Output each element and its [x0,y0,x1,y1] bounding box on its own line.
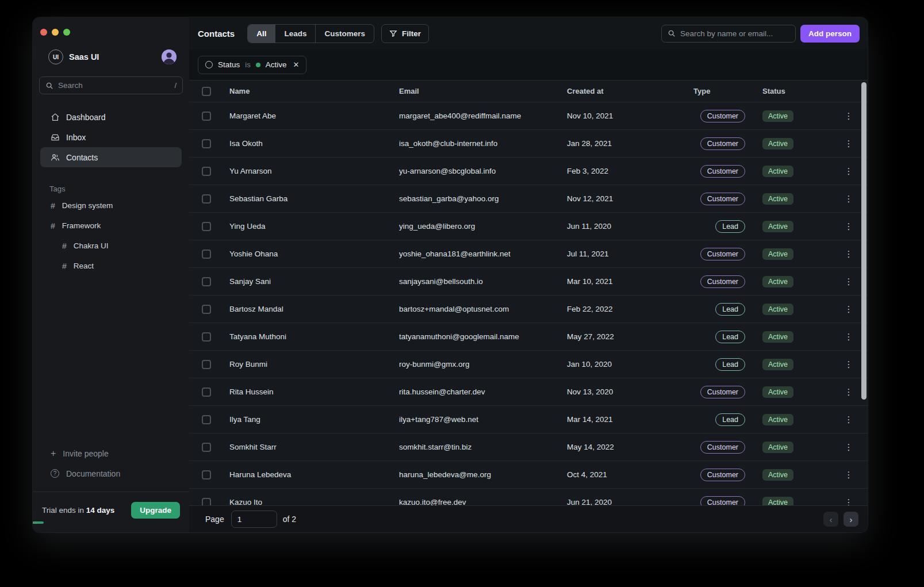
invite-people-link[interactable]: + Invite people [40,443,182,463]
segment-leads[interactable]: Leads [275,25,315,43]
row-checkbox[interactable] [202,470,211,479]
type-badge: Customer [700,275,745,288]
row-actions-button[interactable]: ⋮ [842,194,856,204]
page-number-input[interactable] [231,511,277,528]
row-actions-button[interactable]: ⋮ [842,497,856,506]
row-actions-button[interactable]: ⋮ [842,139,856,149]
row-checkbox[interactable] [202,388,211,397]
table-row[interactable]: Somkhit Starr somkhit.starr@tin.biz May … [189,433,868,461]
row-actions-button[interactable]: ⋮ [842,332,856,342]
table-row[interactable]: Sanjay Sani sanjaysani@bellsouth.io Mar … [189,268,868,296]
contact-created-date: May 27, 2022 [567,332,693,341]
previous-page-button[interactable]: ‹ [823,512,838,527]
row-actions-button[interactable]: ⋮ [842,249,856,259]
row-checkbox[interactable] [202,139,211,148]
type-badge: Lead [715,358,745,371]
table-row[interactable]: Yu Arnarson yu-arnarson@sbcglobal.info F… [189,158,868,185]
contact-created-date: Nov 13, 2020 [567,388,693,396]
status-badge: Active [762,166,793,177]
app-window: UI Saas UI Search / [33,17,868,532]
row-checkbox[interactable] [202,305,211,314]
status-badge: Active [762,248,793,260]
app-logo: UI [48,49,63,64]
row-actions-button[interactable]: ⋮ [842,304,856,314]
table-row[interactable]: Roy Bunmi roy-bunmi@gmx.org Jan 10, 2020… [189,351,868,378]
row-checkbox[interactable] [202,167,211,176]
documentation-label: Documentation [66,469,120,478]
table-row[interactable]: Ying Ueda ying_ueda@libero.org Jun 11, 2… [189,213,868,240]
contacts-search-input[interactable]: Search by name or email... [661,25,796,43]
table-row[interactable]: Yoshie Ohana yoshie_ohana181@earthlink.n… [189,240,868,268]
row-actions-button[interactable]: ⋮ [842,442,856,452]
maximize-window-button[interactable] [63,29,70,36]
row-actions-button[interactable]: ⋮ [842,359,856,370]
filter-button[interactable]: Filter [381,24,429,43]
segment-customers[interactable]: Customers [315,25,374,43]
row-checkbox[interactable] [202,222,211,231]
row-checkbox[interactable] [202,194,211,204]
search-icon [668,29,676,37]
tag-design-system[interactable]: # Design system [40,195,182,216]
type-badge: Customer [700,441,745,454]
row-actions-button[interactable]: ⋮ [842,277,856,287]
status-filter-chip[interactable]: Status is Active ✕ [198,56,306,74]
row-actions-button[interactable]: ⋮ [842,470,856,480]
table-row[interactable]: Bartosz Mandal bartosz+mandal@optusnet.c… [189,296,868,323]
user-avatar[interactable] [162,49,177,64]
type-badge: Customer [700,165,745,178]
help-circle-icon: ? [51,469,59,478]
documentation-link[interactable]: ? Documentation [40,463,182,484]
funnel-icon [389,29,397,37]
add-person-button[interactable]: Add person [800,25,860,43]
status-badge: Active [762,442,793,453]
sidebar-item-contacts[interactable]: Contacts [40,147,182,167]
close-window-button[interactable] [40,29,47,36]
row-checkbox[interactable] [202,415,211,424]
tag-chakra-ui[interactable]: # Chakra UI [40,236,182,256]
segment-all[interactable]: All [248,25,275,43]
contact-email: ying_ueda@libero.org [399,222,567,231]
row-actions-button[interactable]: ⋮ [842,166,856,177]
table-scrollbar[interactable] [861,82,867,400]
type-badge: Customer [700,248,745,260]
contact-name: Yoshie Ohana [229,250,399,258]
row-actions-button[interactable]: ⋮ [842,221,856,232]
remove-filter-icon[interactable]: ✕ [293,60,299,69]
table-row[interactable]: Kazuo Ito kazuo.ito@free.dev Jun 21, 202… [189,489,868,505]
upgrade-button[interactable]: Upgrade [131,502,180,519]
table-row[interactable]: Margaret Abe margaret_abe400@rediffmail.… [189,102,868,130]
next-page-button[interactable]: › [844,512,858,527]
table-row[interactable]: Haruna Lebedeva haruna_lebedeva@me.org O… [189,461,868,489]
row-actions-button[interactable]: ⋮ [842,415,856,425]
row-checkbox[interactable] [202,498,211,506]
row-checkbox[interactable] [202,277,211,286]
plus-icon: + [51,449,56,458]
table-row[interactable]: Sebastian Garba sebastian_garba@yahoo.or… [189,185,868,213]
status-badge: Active [762,138,793,149]
row-actions-button[interactable]: ⋮ [842,111,856,121]
row-checkbox[interactable] [202,360,211,369]
contact-email: margaret_abe400@rediffmail.name [399,112,567,120]
select-all-checkbox[interactable] [202,87,211,96]
minimize-window-button[interactable] [52,29,59,36]
sidebar-item-dashboard[interactable]: Dashboard [40,107,182,127]
tag-framework[interactable]: # Framework [40,216,182,236]
table-row[interactable]: Isa Okoth isa_okoth@club-internet.info J… [189,130,868,158]
row-checkbox[interactable] [202,112,211,121]
row-checkbox[interactable] [202,250,211,259]
sidebar-search-input[interactable]: Search / [39,76,183,94]
contact-created-date: Feb 3, 2022 [567,167,693,175]
table-row[interactable]: Ilya Tang ilya+tang787@web.net Mar 14, 2… [189,406,868,433]
row-checkbox[interactable] [202,332,211,342]
table-header-row: Name Email Created at Type Status [189,80,868,102]
sidebar-item-inbox[interactable]: Inbox [40,127,182,147]
tag-label: Design system [62,201,113,210]
tag-react[interactable]: # React [40,256,182,276]
tag-label: React [74,262,94,270]
sidebar-search-placeholder: Search [58,81,170,90]
table-row[interactable]: Rita Hussein rita.hussein@charter.dev No… [189,378,868,406]
row-checkbox[interactable] [202,443,211,452]
type-badge: Customer [700,137,745,150]
row-actions-button[interactable]: ⋮ [842,387,856,397]
table-row[interactable]: Tatyana Muthoni tatyanamuthoni@googlemai… [189,323,868,351]
